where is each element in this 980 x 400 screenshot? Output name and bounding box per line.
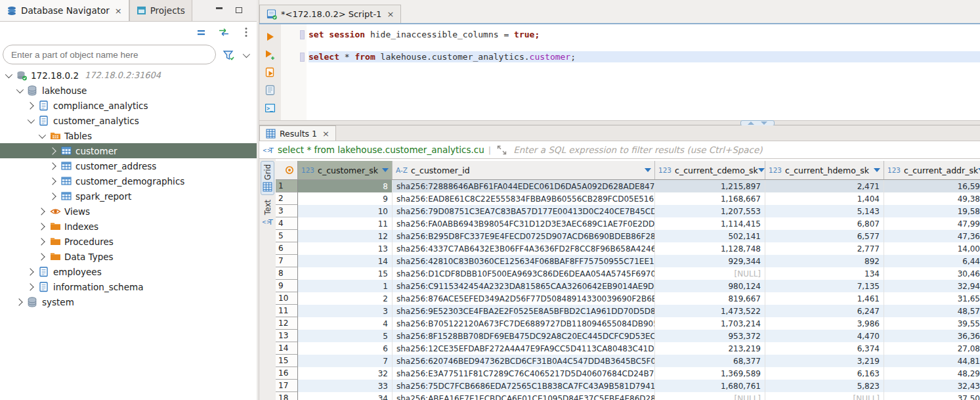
grid-cell[interactable]: sha256:4337C7AB6432E3B06FF4A3636FD2F8CC8…	[393, 242, 655, 255]
collapse-all-icon[interactable]	[195, 26, 208, 39]
grid-cell[interactable]: 47,99	[884, 217, 980, 230]
tree-expander-icon[interactable]	[49, 162, 56, 169]
side-tab-text[interactable]: Text<>T	[261, 197, 274, 229]
tree-expander-icon[interactable]	[15, 298, 22, 305]
row-number[interactable]: 14	[276, 342, 298, 355]
row-number[interactable]: 1	[276, 180, 298, 192]
execute-statement-icon[interactable]	[264, 30, 277, 43]
grid-cell[interactable]: 37,50	[884, 392, 980, 400]
search-input[interactable]	[3, 45, 216, 64]
grid-cell[interactable]: 19,58	[884, 205, 980, 217]
grid-cell[interactable]: 1,207,553	[655, 205, 765, 217]
tree-item-system[interactable]: system	[0, 294, 257, 309]
column-header-c_customer_sk[interactable]: 123c_customer_sk	[298, 161, 393, 179]
grid-cell[interactable]: 15	[298, 267, 393, 280]
tab-results-1[interactable]: Results 1 ×	[259, 125, 336, 141]
minimize-icon[interactable]	[216, 7, 223, 9]
grid-cell[interactable]: 68,377	[655, 355, 765, 367]
sql-code-area[interactable]: set session hide_inaccessible_columns = …	[309, 24, 980, 120]
tab-database-navigator[interactable]: Database Navigator ×	[0, 0, 129, 21]
grid-cell[interactable]: 502,141	[655, 230, 765, 242]
grid-cell[interactable]: 953,372	[655, 330, 765, 342]
grid-cell[interactable]: 8	[298, 180, 393, 192]
tree-item-data-types[interactable]: Data Types	[0, 249, 257, 264]
tree-expander-icon[interactable]	[16, 85, 24, 93]
row-number[interactable]: 10	[276, 292, 298, 305]
grid-cell[interactable]: 7	[298, 355, 393, 367]
grid-cell[interactable]: 6,374	[765, 342, 884, 355]
tree-expander-icon[interactable]	[37, 223, 45, 230]
grid-cell[interactable]: [NULL]	[655, 267, 765, 280]
chevron-down-icon[interactable]	[243, 51, 250, 58]
tree-item-indexes[interactable]: Indexes	[0, 219, 257, 234]
grid-cell[interactable]: 49,38	[884, 192, 980, 205]
grid-cell[interactable]: 39,55	[884, 317, 980, 330]
row-number[interactable]: 16	[276, 367, 298, 380]
tree-expander-icon[interactable]	[39, 131, 46, 138]
grid-cell[interactable]: sha256:620746BED947362BCD6CF31B0A4C547DD…	[393, 355, 655, 367]
tree-item-customer-analytics[interactable]: customer_analytics	[0, 113, 257, 128]
grid-cell[interactable]: 5,143	[765, 205, 884, 217]
grid-cell[interactable]: sha256:B705122120A673FC7DE6889727DB11809…	[393, 317, 655, 330]
grid-cell[interactable]: 32,94	[884, 280, 980, 292]
tree-item-procedures[interactable]: Procedures	[0, 234, 257, 249]
grid-cell[interactable]: 12	[298, 230, 393, 242]
grid-cell[interactable]: 1,114,415	[655, 217, 765, 230]
grid-cell[interactable]: 1	[298, 280, 393, 292]
grid-cell[interactable]: sha256:B295D8FC337E9E4FECD0725D907ACD6B6…	[393, 230, 655, 242]
tree-expander-icon[interactable]	[49, 147, 56, 154]
grid-cell[interactable]: 27,08	[884, 342, 980, 355]
grid-cell[interactable]: sha256:E3A77511F81C7289C76C4065217D5D406…	[393, 367, 655, 380]
tree-item-customer[interactable]: customer	[0, 143, 257, 158]
tree-item-lakehouse[interactable]: lakehouse	[0, 83, 257, 98]
grid-cell[interactable]: 32,43	[884, 380, 980, 392]
tree-item-tables[interactable]: Tables	[0, 128, 257, 143]
column-menu-icon[interactable]	[874, 168, 880, 172]
grid-cell[interactable]: 10	[298, 205, 393, 217]
grid-cell[interactable]: 6,807	[765, 217, 884, 230]
grid-cell[interactable]: 2,777	[765, 242, 884, 255]
menu-dots-icon[interactable]	[240, 26, 253, 39]
grid-cell[interactable]: 3,986	[765, 317, 884, 330]
tree-item-views[interactable]: Views	[0, 204, 257, 219]
grid-cell[interactable]: sha256:75DC7FCB6686EDA72565C1B838CA7FC43…	[393, 380, 655, 392]
grid-cell[interactable]: sha256:12CE35EFDABF272A4A47E9FA9CC5D4113…	[393, 342, 655, 355]
row-number[interactable]: 18	[276, 392, 298, 400]
row-number[interactable]: 8	[276, 267, 298, 280]
tree-expander-icon[interactable]	[26, 283, 33, 290]
column-header-c_current_cdemo_sk[interactable]: 123c_current_cdemo_sk	[655, 161, 765, 179]
row-number[interactable]: 7	[276, 255, 298, 267]
grid-cell[interactable]: sha256:C9115342454A2323DA815865CAA326064…	[393, 280, 655, 292]
sql-line[interactable]: set session hide_inaccessible_columns = …	[309, 29, 980, 40]
grid-cell[interactable]: 1,461	[765, 292, 884, 305]
grid-cell[interactable]: 4	[298, 317, 393, 330]
grid-cell[interactable]: sha256:72888646ABF61FA044EDEC061D6DA5A09…	[393, 180, 655, 192]
column-header-c_current_hdemo_sk[interactable]: 123c_current_hdemo_sk	[765, 161, 884, 179]
grid-cell[interactable]: 48,29	[884, 367, 980, 380]
tab-projects[interactable]: Projects	[129, 0, 192, 21]
grid-cell[interactable]: 1,215,897	[655, 180, 765, 192]
row-number[interactable]: 11	[276, 305, 298, 317]
tree-item-information-schema[interactable]: information_schema	[0, 279, 257, 294]
grid-cell[interactable]: 819,667	[655, 292, 765, 305]
tree-expander-icon[interactable]	[49, 177, 56, 185]
close-icon[interactable]: ×	[387, 9, 394, 19]
maximize-icon[interactable]	[236, 7, 242, 13]
grid-cell[interactable]: 32	[298, 367, 393, 380]
row-number[interactable]: 15	[276, 355, 298, 367]
grid-cell[interactable]: 929,344	[655, 255, 765, 267]
row-number[interactable]: 2	[276, 192, 298, 205]
grid-cell[interactable]: 2,471	[765, 180, 884, 192]
grid-cell[interactable]: 3	[298, 305, 393, 317]
grid-cell[interactable]: 9	[298, 192, 393, 205]
grid-cell[interactable]: 31,65	[884, 292, 980, 305]
close-icon[interactable]: ×	[115, 6, 122, 16]
column-menu-icon[interactable]	[382, 168, 389, 172]
filter-funnel-icon[interactable]	[222, 49, 235, 62]
expand-filter-icon[interactable]	[495, 143, 508, 156]
grid-cell[interactable]: 14,00	[884, 242, 980, 255]
grid-cell[interactable]: 5,823	[765, 380, 884, 392]
row-number[interactable]: 6	[276, 242, 298, 255]
grid-cell[interactable]: 36,36	[884, 330, 980, 342]
row-number[interactable]: 17	[276, 380, 298, 392]
